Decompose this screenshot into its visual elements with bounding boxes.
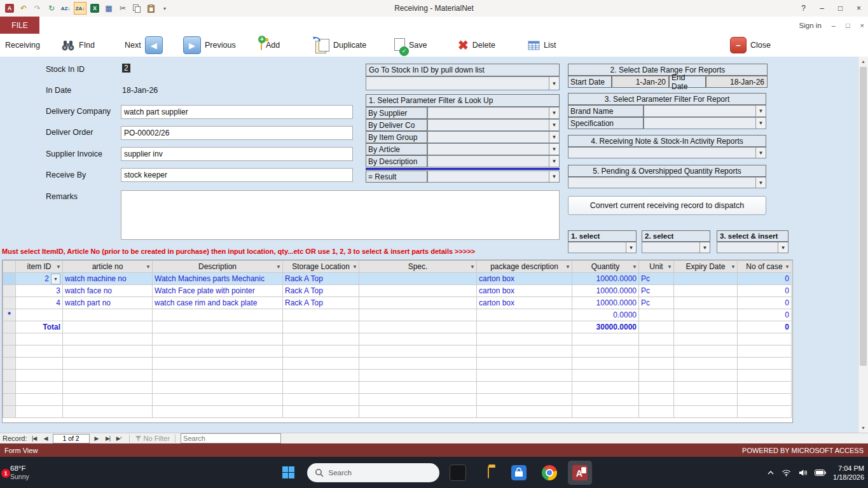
by-description-combo[interactable]: ▼ — [427, 155, 560, 167]
delete-button[interactable]: ✖ Delete — [458, 34, 495, 57]
microsoft-store-icon[interactable] — [507, 461, 531, 485]
add-button[interactable]: + Add — [261, 34, 280, 57]
access-icon[interactable]: A — [568, 461, 592, 485]
supplier-invoice-input[interactable] — [121, 147, 353, 161]
close-window-icon[interactable]: × — [850, 0, 868, 17]
no-filter-button[interactable]: No Filter — [135, 435, 170, 442]
cell-expiry[interactable] — [674, 309, 738, 321]
cell-cases[interactable]: 0 — [738, 285, 792, 297]
cell-unit[interactable]: Pc — [639, 273, 674, 285]
cell-expiry[interactable] — [674, 273, 738, 285]
cell-spec[interactable] — [359, 273, 477, 285]
excel-export-icon[interactable]: X — [89, 3, 100, 14]
new-record-icon[interactable]: ▶* — [115, 434, 124, 443]
select-box-3-combo[interactable]: ▼ — [717, 242, 789, 253]
col-spec[interactable]: Spec.▼ — [359, 261, 477, 273]
cell-description[interactable]: Watch Face plate with pointer — [153, 285, 283, 297]
col-quantity[interactable]: Quantity▼ — [572, 261, 639, 273]
cell-storage-location[interactable]: Rack A Top — [283, 273, 359, 285]
scrollbar-thumb[interactable] — [860, 67, 867, 366]
col-description[interactable]: Description▼ — [153, 261, 283, 273]
ribbon-restore-icon[interactable]: □ — [846, 22, 850, 29]
cell-description[interactable]: Watch Machines parts Mechanic — [153, 273, 283, 285]
battery-icon[interactable] — [815, 470, 826, 476]
cell-unit[interactable]: Pc — [639, 285, 674, 297]
close-form-button[interactable]: – Close — [730, 34, 771, 57]
cell-expiry[interactable] — [674, 285, 738, 297]
cell-spec[interactable] — [359, 309, 477, 321]
cell-package[interactable]: carton box — [477, 285, 572, 297]
taskbar-clock[interactable]: 7:04 PM 1/18/2026 — [833, 464, 864, 482]
cell-storage-location[interactable]: Rack A Top — [283, 297, 359, 309]
scroll-down-icon[interactable]: ▼ — [858, 423, 868, 433]
cell-description[interactable]: watch case rim and back plate — [153, 297, 283, 309]
remarks-input[interactable] — [121, 190, 560, 240]
tray-chevron-icon[interactable] — [767, 470, 775, 475]
redo-icon[interactable]: ↷ — [32, 3, 43, 14]
row-selector[interactable] — [3, 297, 16, 309]
access-app-icon[interactable]: A — [4, 3, 15, 14]
cell-quantity[interactable]: 10000.0000 — [572, 297, 639, 309]
sort-asc-icon[interactable]: AZ↓ — [60, 3, 71, 14]
col-unit[interactable]: Unit▼ — [639, 261, 674, 273]
weather-widget[interactable]: 1 68°F Sunny — [5, 457, 29, 488]
customize-qat-icon[interactable]: ▾ — [159, 3, 170, 14]
convert-to-dispatch-button[interactable]: Convert current receiving record to disp… — [568, 196, 766, 215]
cell-item-id[interactable]: 4 — [16, 297, 63, 309]
next-button[interactable]: Next ◀ — [125, 34, 163, 57]
next-record-icon[interactable]: ▶ — [92, 434, 101, 443]
sort-desc-icon[interactable]: ZA↓ — [74, 2, 86, 15]
copy-icon[interactable] — [131, 3, 142, 14]
cell-package[interactable]: carton box — [477, 273, 572, 285]
cell-package[interactable]: carton box — [477, 297, 572, 309]
record-search-input[interactable] — [181, 433, 281, 443]
minimize-icon[interactable]: – — [813, 0, 831, 17]
vertical-scrollbar[interactable]: ▲ ▼ — [858, 57, 868, 433]
cell-item-id[interactable] — [16, 309, 63, 321]
previous-button[interactable]: ▶ Previous — [183, 34, 236, 57]
goto-stock-id-combo[interactable]: ▼ — [366, 76, 560, 90]
start-date-value[interactable]: 1-Jan-20 — [612, 76, 669, 88]
select-box-2-combo[interactable]: ▼ — [642, 242, 710, 253]
end-date-value[interactable]: 18-Jan-26 — [706, 76, 768, 88]
find-button[interactable]: FInd — [61, 34, 95, 57]
by-supplier-combo[interactable]: ▼ — [427, 107, 560, 119]
cell-cases[interactable]: 0 — [738, 309, 792, 321]
file-tab[interactable]: FILE — [0, 17, 39, 34]
cell-storage-location[interactable]: Rack A Top — [283, 285, 359, 297]
cell-expiry[interactable] — [674, 297, 738, 309]
cell-unit[interactable]: Pc — [639, 297, 674, 309]
cell-unit[interactable] — [639, 309, 674, 321]
col-no-of-case[interactable]: No of case▼ — [738, 261, 792, 273]
col-item-id[interactable]: item ID▼ — [16, 261, 63, 273]
record-position-input[interactable] — [53, 434, 90, 443]
wifi-icon[interactable] — [782, 469, 791, 477]
cell-description[interactable] — [153, 309, 283, 321]
first-record-icon[interactable]: |◀ — [30, 434, 39, 443]
receive-by-input[interactable] — [121, 168, 353, 182]
stock-in-id-value[interactable]: 2 — [122, 64, 130, 73]
select-box-1-combo[interactable]: ▼ — [568, 242, 637, 253]
start-button[interactable] — [277, 461, 301, 485]
col-expiry-date[interactable]: Expiry Date▼ — [674, 261, 738, 273]
cell-cases[interactable]: 0 — [738, 297, 792, 309]
delivery-company-input[interactable] — [121, 105, 353, 119]
help-icon[interactable]: ? — [794, 0, 813, 17]
brand-name-combo[interactable]: ▼ — [644, 105, 766, 117]
col-article-no[interactable]: article no▼ — [63, 261, 153, 273]
by-deliver-co-combo[interactable]: ▼ — [427, 119, 560, 131]
paste-icon[interactable] — [145, 3, 156, 14]
dark-app-icon[interactable] — [446, 461, 470, 485]
cell-spec[interactable] — [359, 285, 477, 297]
cell-storage-location[interactable] — [283, 309, 359, 321]
row-selector[interactable] — [3, 285, 16, 297]
chrome-icon[interactable] — [537, 461, 561, 485]
maximize-icon[interactable]: □ — [831, 0, 850, 17]
ribbon-minimize-icon[interactable]: – — [832, 22, 836, 29]
scroll-up-icon[interactable]: ▲ — [858, 57, 868, 66]
row-selector[interactable] — [3, 273, 16, 285]
col-package-description[interactable]: package description▼ — [477, 261, 572, 273]
result-combo[interactable]: ▼ — [427, 171, 560, 183]
cell-item-id[interactable]: 3 — [16, 285, 63, 297]
taskbar-search[interactable]: Search — [307, 463, 439, 482]
